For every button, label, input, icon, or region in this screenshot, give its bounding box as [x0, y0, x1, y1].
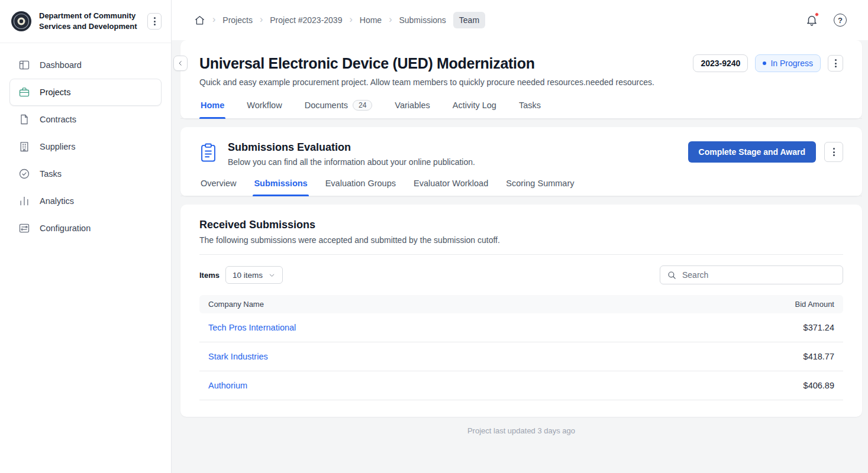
stage-titles: Submissions Evaluation Below you can fin… — [228, 141, 688, 167]
document-icon — [18, 114, 30, 125]
tab-label: Scoring Summary — [506, 179, 574, 188]
sidebar-item-dashboard[interactable]: Dashboard — [9, 51, 162, 79]
kebab-icon — [154, 17, 156, 25]
breadcrumb-project-id[interactable]: Project #2023-2039 — [270, 15, 342, 25]
complete-stage-button[interactable]: Complete Stage and Award — [688, 141, 816, 163]
documents-count-badge: 24 — [353, 100, 372, 111]
sidebar-item-analytics[interactable]: Analytics — [9, 187, 162, 215]
sidebar-item-contracts[interactable]: Contracts — [9, 106, 162, 133]
tab-label: Evaluator Workload — [414, 179, 488, 188]
column-header-company: Company Name — [199, 295, 617, 313]
tab-label: Submissions — [254, 179, 307, 188]
kebab-icon — [835, 59, 837, 67]
column-header-bid: Bid Amount — [617, 295, 843, 313]
home-icon[interactable] — [194, 15, 205, 26]
sidebar-item-configuration[interactable]: Configuration — [9, 215, 162, 242]
tab-tasks[interactable]: Tasks — [518, 99, 542, 118]
topbar-actions: ? — [805, 14, 854, 27]
org-menu-button[interactable] — [147, 13, 162, 30]
tab-workflow[interactable]: Workflow — [246, 99, 283, 118]
bid-amount: $418.77 — [617, 342, 843, 371]
stage-actions: Complete Stage and Award — [688, 141, 843, 163]
project-menu-button[interactable] — [828, 55, 843, 72]
breadcrumb-projects[interactable]: Projects — [222, 15, 253, 25]
items-per-page-select[interactable]: 10 items — [225, 266, 283, 284]
table-row: Tech Pros International $371.24 — [199, 313, 843, 342]
org-seal-logo — [11, 11, 32, 32]
sidebar-item-label: Dashboard — [40, 60, 82, 70]
stage-header: Submissions Evaluation Below you can fin… — [199, 141, 843, 167]
main-area: › Projects › Project #2023-2039 › Home ›… — [172, 0, 868, 473]
divider — [199, 254, 843, 255]
stage-tabs: Overview Submissions Evaluation Groups E… — [180, 177, 862, 196]
page-title: Universal Electronic Device (UED) Modern… — [199, 55, 686, 72]
section-title: Received Submissions — [199, 219, 843, 231]
company-link[interactable]: Tech Pros International — [208, 323, 296, 332]
collapse-panel-button[interactable] — [173, 56, 188, 71]
tab-scoring-summary[interactable]: Scoring Summary — [505, 177, 575, 196]
tab-evaluation-groups[interactable]: Evaluation Groups — [324, 177, 397, 196]
topbar: › Projects › Project #2023-2039 › Home ›… — [172, 0, 868, 40]
bar-chart-icon — [18, 195, 30, 207]
company-link[interactable]: Stark Industries — [208, 352, 268, 361]
briefcase-icon — [18, 86, 30, 98]
table-row: Authorium $406.89 — [199, 371, 843, 400]
check-circle-icon — [18, 168, 30, 180]
breadcrumb: › Projects › Project #2023-2039 › Home ›… — [194, 12, 485, 28]
tab-variables[interactable]: Variables — [393, 99, 431, 118]
sidebar-item-suppliers[interactable]: Suppliers — [9, 133, 162, 160]
items-label: Items — [199, 271, 220, 280]
items-per-page-group: Items 10 items — [199, 266, 283, 284]
building-icon — [18, 141, 30, 153]
sidebar-item-label: Projects — [40, 88, 70, 97]
sidebar-item-label: Configuration — [40, 223, 91, 233]
sidebar-item-tasks[interactable]: Tasks — [9, 160, 162, 187]
tab-submissions[interactable]: Submissions — [253, 177, 308, 196]
stage-card: Submissions Evaluation Below you can fin… — [180, 127, 862, 196]
tab-label: Home — [201, 101, 224, 110]
table-header-row: Company Name Bid Amount — [199, 295, 843, 313]
sidebar: Department of Community Services and Dev… — [0, 0, 172, 473]
table-row: Stark Industries $418.77 — [199, 342, 843, 371]
tab-overview[interactable]: Overview — [199, 177, 237, 196]
org-header: Department of Community Services and Dev… — [0, 0, 171, 43]
section-subtitle: The following submissions were accepted … — [199, 235, 843, 245]
tab-evaluator-workload[interactable]: Evaluator Workload — [412, 177, 489, 196]
tab-label: Documents — [305, 101, 348, 110]
received-submissions-card: Received Submissions The following submi… — [180, 205, 862, 417]
notification-dot — [815, 12, 819, 17]
tab-home[interactable]: Home — [199, 99, 225, 118]
search-input[interactable] — [682, 270, 836, 280]
items-per-page-value: 10 items — [233, 271, 263, 280]
stage-menu-button[interactable] — [824, 142, 843, 162]
help-icon[interactable]: ? — [834, 14, 847, 27]
app-root: Department of Community Services and Dev… — [0, 0, 868, 473]
breadcrumb-home[interactable]: Home — [360, 15, 382, 25]
dashboard-icon — [18, 59, 30, 71]
settings-panel-icon — [18, 222, 30, 234]
notifications-button[interactable] — [805, 14, 818, 27]
breadcrumb-current-team: Team — [453, 12, 485, 28]
tab-label: Tasks — [519, 101, 541, 110]
chevron-down-icon — [268, 271, 276, 279]
project-description: Quick and easy example procurement proje… — [199, 77, 843, 87]
tab-activity-log[interactable]: Activity Log — [451, 99, 498, 118]
tab-label: Overview — [201, 179, 236, 188]
table-controls: Items 10 items — [199, 265, 843, 284]
search-box[interactable] — [660, 265, 843, 284]
sidebar-item-projects[interactable]: Projects — [9, 79, 162, 106]
tab-documents[interactable]: Documents 24 — [304, 99, 374, 118]
chevron-right-icon: › — [349, 15, 352, 24]
status-badge: In Progress — [755, 54, 821, 72]
status-label: In Progress — [770, 59, 813, 68]
bid-amount: $406.89 — [617, 371, 843, 400]
project-tabs: Home Workflow Documents 24 Variables Act… — [180, 99, 862, 119]
search-icon — [667, 270, 677, 280]
project-card: Universal Electronic Device (UED) Modern… — [180, 40, 862, 119]
chevron-right-icon: › — [260, 15, 263, 24]
submissions-table: Company Name Bid Amount Tech Pros Intern… — [199, 295, 843, 400]
company-link[interactable]: Authorium — [208, 381, 247, 390]
stage-title: Submissions Evaluation — [228, 141, 688, 154]
breadcrumb-submissions[interactable]: Submissions — [399, 15, 446, 25]
chevron-right-icon: › — [212, 15, 215, 24]
